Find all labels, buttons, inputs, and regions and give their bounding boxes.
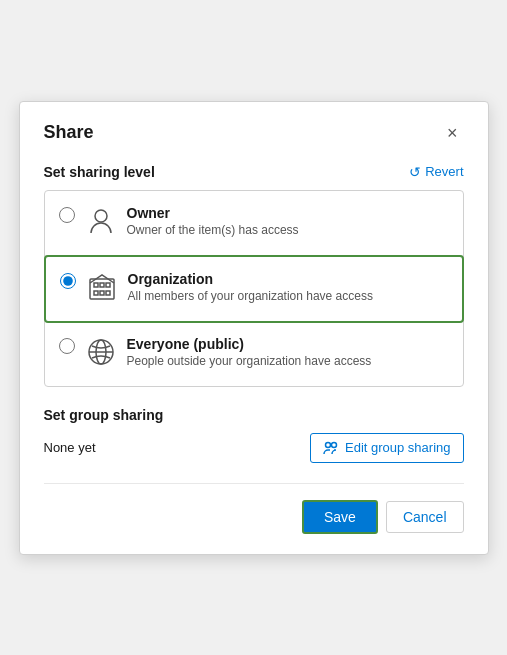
svg-point-12	[331, 442, 336, 447]
radio-organization-wrap[interactable]	[60, 273, 76, 293]
radio-everyone-wrap[interactable]	[59, 338, 75, 358]
dialog-footer: Save Cancel	[44, 483, 464, 534]
sharing-options-container: Owner Owner of the item(s) has access	[44, 190, 464, 387]
svg-point-11	[325, 442, 330, 447]
svg-point-0	[95, 210, 107, 222]
organization-icon	[86, 271, 118, 307]
share-dialog: Share × Set sharing level ↺ Revert Owner…	[19, 101, 489, 555]
owner-icon	[85, 205, 117, 241]
organization-option-text: Organization All members of your organiz…	[128, 271, 373, 303]
group-sharing-label: Set group sharing	[44, 407, 464, 423]
close-button[interactable]: ×	[441, 122, 464, 144]
organization-option-name: Organization	[128, 271, 373, 287]
save-button[interactable]: Save	[302, 500, 378, 534]
owner-option-desc: Owner of the item(s) has access	[127, 223, 299, 237]
radio-organization[interactable]	[60, 273, 76, 289]
svg-rect-5	[94, 291, 98, 295]
edit-group-sharing-button[interactable]: Edit group sharing	[310, 433, 464, 463]
everyone-option-text: Everyone (public) People outside your or…	[127, 336, 372, 368]
option-organization[interactable]: Organization All members of your organiz…	[44, 255, 464, 323]
option-everyone[interactable]: Everyone (public) People outside your or…	[45, 322, 463, 386]
revert-label: Revert	[425, 164, 463, 179]
radio-owner[interactable]	[59, 207, 75, 223]
option-owner[interactable]: Owner Owner of the item(s) has access	[45, 191, 463, 256]
group-sharing-row: None yet Edit group sharing	[44, 433, 464, 463]
svg-rect-3	[100, 283, 104, 287]
radio-owner-wrap[interactable]	[59, 207, 75, 227]
svg-rect-4	[106, 283, 110, 287]
none-yet-label: None yet	[44, 440, 96, 455]
group-sharing-section: Set group sharing None yet Edit group sh…	[44, 407, 464, 463]
sharing-level-section-header: Set sharing level ↺ Revert	[44, 164, 464, 180]
cancel-button[interactable]: Cancel	[386, 501, 464, 533]
edit-group-icon	[323, 440, 339, 456]
revert-icon: ↺	[409, 164, 421, 180]
svg-rect-2	[94, 283, 98, 287]
everyone-icon	[85, 336, 117, 372]
revert-button[interactable]: ↺ Revert	[409, 164, 463, 180]
owner-option-text: Owner Owner of the item(s) has access	[127, 205, 299, 237]
svg-rect-7	[106, 291, 110, 295]
dialog-header: Share ×	[44, 122, 464, 144]
svg-rect-1	[90, 279, 114, 299]
edit-group-sharing-label: Edit group sharing	[345, 440, 451, 455]
owner-option-name: Owner	[127, 205, 299, 221]
dialog-title: Share	[44, 122, 94, 143]
sharing-level-label: Set sharing level	[44, 164, 155, 180]
everyone-option-desc: People outside your organization have ac…	[127, 354, 372, 368]
organization-option-desc: All members of your organization have ac…	[128, 289, 373, 303]
radio-everyone[interactable]	[59, 338, 75, 354]
everyone-option-name: Everyone (public)	[127, 336, 372, 352]
svg-rect-6	[100, 291, 104, 295]
